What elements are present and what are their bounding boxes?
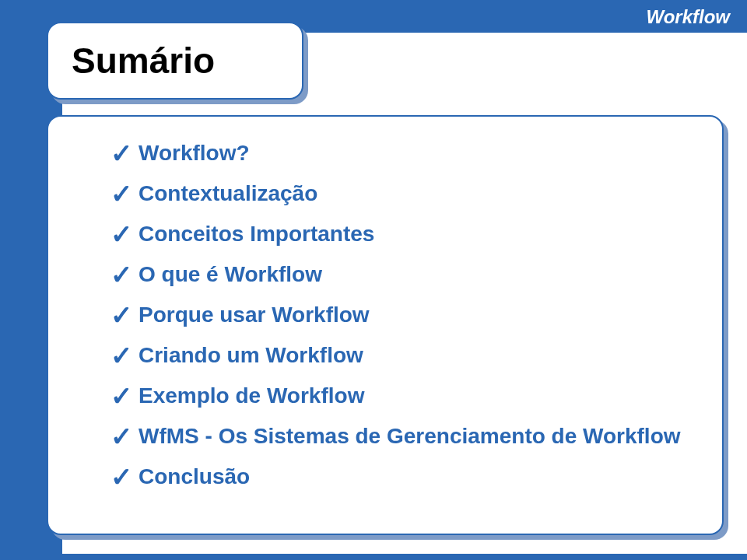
list-item: ✓ Conceitos Importantes (110, 221, 691, 247)
list-item-label: Contextualização (139, 181, 317, 206)
check-icon: ✓ (110, 261, 132, 288)
list-item-label: Porque usar Workflow (139, 303, 370, 327)
list-item-label: Conceitos Importantes (139, 222, 374, 247)
check-icon: ✓ (110, 180, 132, 207)
list-item: ✓ Porque usar Workflow (110, 302, 691, 328)
content-frame: ✓ Workflow? ✓ Contextualização ✓ Conceit… (47, 115, 724, 535)
summary-list: ✓ Workflow? ✓ Contextualização ✓ Conceit… (110, 140, 691, 490)
list-item-label: Conclusão (139, 464, 250, 489)
check-icon: ✓ (110, 302, 132, 328)
list-item: ✓ WfMS - Os Sistemas de Gerenciamento de… (110, 423, 691, 450)
list-item: ✓ O que é Workflow (110, 261, 691, 288)
check-icon: ✓ (110, 342, 132, 369)
list-item: ✓ Contextualização (110, 180, 691, 207)
list-item-label: WfMS - Os Sistemas de Gerenciamento de W… (139, 424, 681, 449)
list-item-label: O que é Workflow (139, 262, 322, 287)
check-icon: ✓ (110, 423, 132, 450)
title-box-inner: Sumário (47, 22, 303, 100)
page-title: Sumário (72, 40, 215, 82)
content-frame-inner: ✓ Workflow? ✓ Contextualização ✓ Conceit… (47, 115, 724, 535)
check-icon: ✓ (110, 221, 132, 247)
list-item: ✓ Criando um Workflow (110, 342, 691, 369)
list-item-label: Exemplo de Workflow (139, 383, 364, 408)
list-item: ✓ Conclusão (110, 464, 691, 490)
check-icon: ✓ (110, 140, 132, 166)
list-item-label: Criando um Workflow (139, 343, 363, 368)
footer-accent (62, 554, 747, 560)
title-box: Sumário (47, 22, 303, 100)
list-item-label: Workflow? (139, 141, 250, 166)
header-tag: Workflow (646, 6, 730, 28)
check-icon: ✓ (110, 383, 132, 409)
list-item: ✓ Exemplo de Workflow (110, 383, 691, 409)
check-icon: ✓ (110, 464, 132, 490)
list-item: ✓ Workflow? (110, 140, 691, 166)
